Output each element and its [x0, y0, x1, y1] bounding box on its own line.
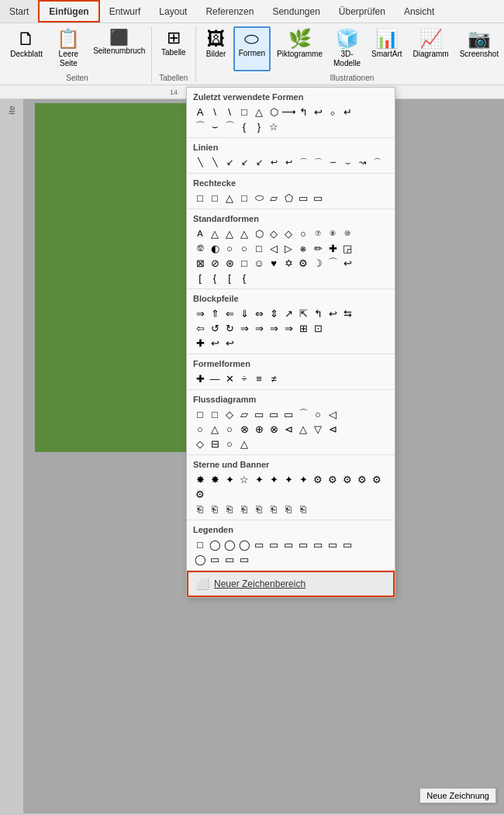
shape-icon[interactable]: ⇑	[208, 306, 222, 320]
shape-icon[interactable]: ○	[223, 241, 236, 255]
shape-icon[interactable]: ⑦	[311, 226, 325, 240]
shape-icon[interactable]: △	[237, 226, 251, 240]
shape-icon[interactable]: ⊞	[296, 321, 310, 335]
shape-icon[interactable]: ▽	[311, 422, 325, 436]
tab-layout[interactable]: Layout	[150, 0, 196, 22]
tab-sendungen[interactable]: Sendungen	[263, 0, 329, 22]
shape-icon[interactable]: ⊘	[208, 256, 222, 270]
btn-smartart[interactable]: 📊 SmartArt	[367, 26, 406, 71]
shape-icon[interactable]: ⇦	[193, 321, 207, 335]
shape-icon[interactable]: ☆	[267, 119, 281, 133]
shape-icon[interactable]: □	[208, 191, 222, 205]
shape-icon[interactable]: ⊗	[267, 422, 281, 436]
shape-icon[interactable]: □	[193, 191, 207, 205]
shape-icon[interactable]: ⚙	[370, 472, 384, 486]
shape-icon[interactable]: ⚙	[355, 472, 369, 486]
shape-icon[interactable]: ◲	[340, 241, 354, 255]
btn-deckblatt[interactable]: 🗋 Deckblatt	[8, 26, 45, 71]
shape-icon[interactable]: ✏	[311, 241, 325, 255]
shape-icon[interactable]: ↙	[252, 155, 266, 169]
shape-icon[interactable]: ▭	[281, 407, 295, 421]
shape-icon[interactable]: ≠	[267, 371, 281, 385]
shape-icon[interactable]: ⇒	[252, 321, 266, 335]
shape-icon[interactable]: ⑧	[326, 226, 340, 240]
shape-icon[interactable]: ⇕	[267, 306, 281, 320]
tab-referenzen[interactable]: Referenzen	[196, 0, 263, 22]
shape-icon[interactable]: ↩	[281, 155, 295, 169]
shape-icon[interactable]: ✕	[223, 371, 236, 385]
shape-icon[interactable]: ⊲	[326, 422, 340, 436]
shape-icon[interactable]: ○	[223, 422, 236, 436]
shape-icon[interactable]: ↩	[208, 336, 222, 350]
shape-icon[interactable]: ◇	[193, 437, 207, 451]
shape-icon[interactable]: □	[193, 537, 207, 551]
shape-icon[interactable]: ⎗	[237, 502, 251, 516]
tab-einfugen[interactable]: Einfügen	[38, 0, 99, 22]
shape-icon[interactable]: ◯	[237, 537, 251, 551]
shape-icon[interactable]: ↩	[311, 105, 325, 119]
shape-icon[interactable]: ○	[296, 226, 310, 240]
btn-tabelle[interactable]: ⊞ Tabelle	[157, 26, 191, 71]
shape-icon[interactable]: {	[237, 271, 251, 285]
shape-icon[interactable]: ⬭	[252, 191, 266, 205]
btn-leere-seite[interactable]: 📋 Leere Seite	[47, 26, 90, 71]
shape-icon[interactable]: ✦	[223, 472, 236, 486]
shape-icon[interactable]: ⌒	[193, 119, 207, 133]
shape-icon[interactable]: ◯	[223, 537, 236, 551]
shape-icon[interactable]: ╲	[208, 155, 222, 169]
shape-icon[interactable]: A	[193, 226, 207, 240]
btn-screenshot[interactable]: 📷 Screenshot	[455, 26, 504, 71]
shape-icon[interactable]: ⇒	[193, 306, 207, 320]
shape-icon[interactable]: ⟶	[281, 105, 295, 119]
shape-icon[interactable]: ▭	[223, 552, 236, 566]
shape-icon[interactable]: ✸	[193, 472, 207, 486]
shape-icon[interactable]: ♥	[267, 256, 281, 270]
shape-icon[interactable]: ⇒	[237, 321, 251, 335]
shape-icon[interactable]: ✸	[208, 472, 222, 486]
shape-icon[interactable]: ⇆	[340, 306, 354, 320]
shape-icon[interactable]: ▭	[252, 407, 266, 421]
shape-icon[interactable]: ⎗	[193, 502, 207, 516]
shape-icon[interactable]: ▱	[267, 191, 281, 205]
shape-icon[interactable]: ▭	[267, 407, 281, 421]
shape-icon[interactable]: ⚙	[193, 487, 207, 501]
shape-icon[interactable]: ▭	[281, 537, 295, 551]
shape-icon[interactable]: ⚙	[326, 472, 340, 486]
shape-icon[interactable]: △	[208, 422, 222, 436]
shape-icon[interactable]: ÷	[237, 371, 251, 385]
btn-seitenumbruch[interactable]: ⬛ Seitenumbruch	[92, 26, 147, 71]
shape-icon[interactable]: ◇	[281, 226, 295, 240]
shape-icon[interactable]: ⌒	[311, 155, 325, 169]
shape-icon[interactable]: —	[208, 371, 222, 385]
shape-icon[interactable]: ✦	[267, 472, 281, 486]
shape-icon[interactable]: ⌣	[208, 119, 222, 133]
shape-icon[interactable]: ✚	[193, 336, 207, 350]
shape-icon[interactable]: △	[223, 226, 236, 240]
shape-icon[interactable]: ▭	[267, 537, 281, 551]
shape-icon[interactable]: ↺	[208, 321, 222, 335]
shape-icon[interactable]: ⇱	[296, 306, 310, 320]
shape-icon[interactable]: ☺	[252, 256, 266, 270]
shape-icon[interactable]: ▭	[311, 537, 325, 551]
shape-icon[interactable]: ⎗	[208, 502, 222, 516]
shape-icon[interactable]: ↩	[326, 306, 340, 320]
shape-icon[interactable]: ▭	[237, 552, 251, 566]
shape-icon[interactable]: ⇓	[237, 306, 251, 320]
shape-icon[interactable]: ○	[223, 437, 236, 451]
shape-icon[interactable]: △	[223, 191, 236, 205]
shape-icon[interactable]: ▱	[237, 407, 251, 421]
shape-icon[interactable]: □	[237, 256, 251, 270]
btn-piktogramme[interactable]: 🌿 Piktogramme	[272, 26, 327, 71]
shape-icon[interactable]: ⌒	[296, 155, 310, 169]
shape-icon[interactable]: ≡	[252, 371, 266, 385]
shape-icon[interactable]: ↙	[237, 155, 251, 169]
tab-ansicht[interactable]: Ansicht	[395, 0, 444, 22]
shape-icon[interactable]: ⌒	[223, 119, 236, 133]
shape-icon[interactable]: □	[193, 407, 207, 421]
shape-icon[interactable]: ◇	[267, 226, 281, 240]
shape-icon[interactable]: ↵	[340, 105, 354, 119]
shape-icon[interactable]: ⎗	[223, 502, 236, 516]
shape-icon[interactable]: ☆	[237, 472, 251, 486]
shape-icon[interactable]: □	[208, 407, 222, 421]
shape-icon[interactable]: ⎗	[281, 502, 295, 516]
